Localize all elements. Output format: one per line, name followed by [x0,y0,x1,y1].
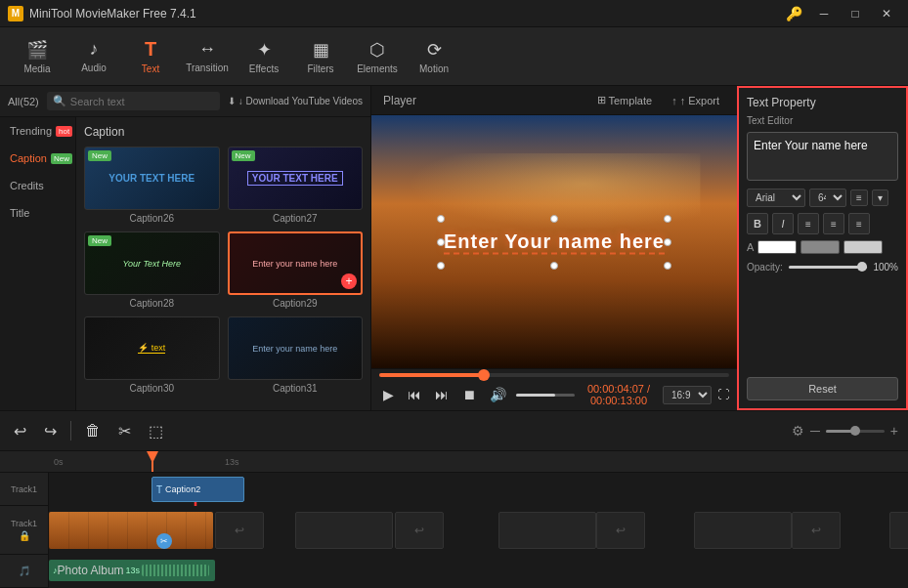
fullscreen-button[interactable]: ⛶ [717,388,729,401]
transition-1[interactable]: ↩ [215,512,264,549]
toolbar-media[interactable]: 🎬 Media [10,31,65,82]
undo-button[interactable]: ↩ [10,418,30,444]
italic-button[interactable]: I [772,213,794,234]
caption-thumb-28[interactable]: New Your Text Here [84,231,220,295]
transition-3[interactable]: ↩ [596,512,645,549]
zoom-slider[interactable] [826,430,885,433]
shadow-color-swatch[interactable] [800,240,840,254]
cat-caption[interactable]: Caption New [0,145,75,172]
caption-thumb-29[interactable]: Enter your name here + [228,231,364,295]
prev-frame-button[interactable]: ⏮ [404,385,425,404]
caption-item-30[interactable]: ⚡ text Caption30 [84,316,220,394]
handle-right[interactable] [664,238,671,246]
toolbar-transition[interactable]: ↔ Transition [180,31,235,82]
category-list: Trending hot Caption New Credits Title [0,117,76,410]
cut-button[interactable]: ✂ [114,418,135,444]
delete-button[interactable]: 🗑 [81,418,105,443]
search-box[interactable]: 🔍 [47,92,220,110]
search-input[interactable] [70,96,149,107]
align-center-button[interactable]: ≡ [823,213,844,234]
caption-block[interactable]: T Caption2 [151,477,244,502]
handle-bottom[interactable] [550,262,558,270]
toolbar-filters[interactable]: ▦ Filters [293,31,348,82]
caption-item-31[interactable]: Enter your name here Caption31 [228,316,364,394]
center-panel: Player ⊞ Template ↑ ↑ Export [371,86,737,410]
toolbar-effects[interactable]: ✦ Effects [237,31,291,82]
caption-item-27[interactable]: New YOUR TEXT HERE Caption27 [228,147,364,224]
caption-name-30: Caption30 [84,383,220,394]
close-button[interactable]: ✕ [873,4,900,23]
audio-clip[interactable]: ♪ Photo Album 13s [49,560,215,581]
cat-title[interactable]: Title [0,199,75,227]
cat-credits[interactable]: Credits [0,172,75,199]
audio-duration: 13s [126,566,141,575]
volume-button[interactable]: 🔊 [486,385,510,404]
new-badge-26: New [88,150,111,161]
transition-4[interactable]: ↩ [792,512,841,549]
handle-tl[interactable] [437,215,445,223]
style-controls: B I ≡ ≡ ≡ [747,213,898,234]
caption-label: Caption [10,152,47,164]
stop-button[interactable]: ⏹ [458,385,480,404]
handle-br[interactable] [664,262,671,270]
handle-bl[interactable] [437,262,445,270]
track1-label-text: Track1 [11,519,37,528]
font-select[interactable]: Arial [747,189,805,207]
trending-badge: hot [56,126,72,137]
toolbar-motion[interactable]: ⟳ Motion [407,31,461,82]
spacing-dropdown-button[interactable]: ▾ [872,189,888,206]
audio-track-label: 🎵 [0,555,49,587]
redo-button[interactable]: ↪ [40,418,61,444]
next-frame-button[interactable]: ⏭ [431,385,453,404]
align-left-button[interactable]: ≡ [798,213,819,234]
play-button[interactable]: ▶ [379,385,398,404]
bold-button[interactable]: B [747,213,768,234]
caption-thumb-31[interactable]: Enter your name here [228,316,364,380]
zoom-thumb[interactable] [850,426,860,436]
toolbar-audio[interactable]: ♪ Audio [66,31,121,82]
progress-bar[interactable] [379,373,729,377]
download-youtube-link[interactable]: ⬇ ↓ Download YouTube Videos [228,96,363,106]
handle-tr[interactable] [664,215,671,223]
line-spacing-button[interactable]: ≡ [850,189,868,206]
caption-item-28[interactable]: New Your Text Here Caption28 [84,231,220,309]
color-a-indicator: A [747,241,754,253]
caption-thumb-30[interactable]: ⚡ text [84,316,220,380]
handle-top[interactable] [550,215,558,223]
aspect-ratio-select[interactable]: 16:9 [663,386,712,404]
opacity-thumb[interactable] [857,262,867,272]
bg-color-swatch[interactable] [843,240,883,254]
playhead[interactable] [151,451,153,472]
align-right-button[interactable]: ≡ [848,213,870,234]
maximize-button[interactable]: □ [842,4,869,23]
text-color-swatch[interactable] [757,240,797,254]
zoom-plus-button[interactable]: + [890,423,898,439]
caption-item-29[interactable]: Enter your name here + Caption29 [228,231,364,309]
caption-thumb-27[interactable]: New YOUR TEXT HERE [228,147,364,210]
caption-thumb-26[interactable]: New YOUR TEXT HERE [84,147,220,210]
panel-header: All(52) 🔍 ⬇ ↓ Download YouTube Videos [0,86,370,117]
opacity-slider[interactable] [789,266,868,269]
text-editor-box[interactable]: Enter Your name here [747,132,898,181]
volume-slider[interactable] [516,394,575,397]
cat-trending[interactable]: Trending hot [0,117,75,145]
template-icon: ⊞ [597,94,606,106]
caption-item-26[interactable]: New YOUR TEXT HERE Caption26 [84,147,220,224]
minimize-button[interactable]: ─ [810,4,838,23]
progress-thumb[interactable] [478,369,490,381]
template-button[interactable]: ⊞ Template [591,92,659,108]
export-button[interactable]: ↑ ↑ Export [666,92,725,108]
plus-badge-29: + [341,273,357,289]
transition-2[interactable]: ↩ [395,512,444,549]
text-editor-content[interactable]: Enter Your name here [754,139,891,152]
zoom-minus-button[interactable]: ─ [810,423,820,439]
handle-left[interactable] [437,238,445,246]
reset-button[interactable]: Reset [747,377,898,400]
toolbar-text[interactable]: T Text [123,31,178,82]
toolbar-elements[interactable]: ⬡ Elements [350,31,405,82]
crop-button[interactable]: ⬚ [145,418,167,444]
video-strip[interactable] [49,512,213,549]
size-select[interactable]: 64 [809,189,846,207]
property-title: Text Property [747,96,898,109]
track1-content: ✂ ↩ ↩ ↩ ↩ [49,506,908,555]
